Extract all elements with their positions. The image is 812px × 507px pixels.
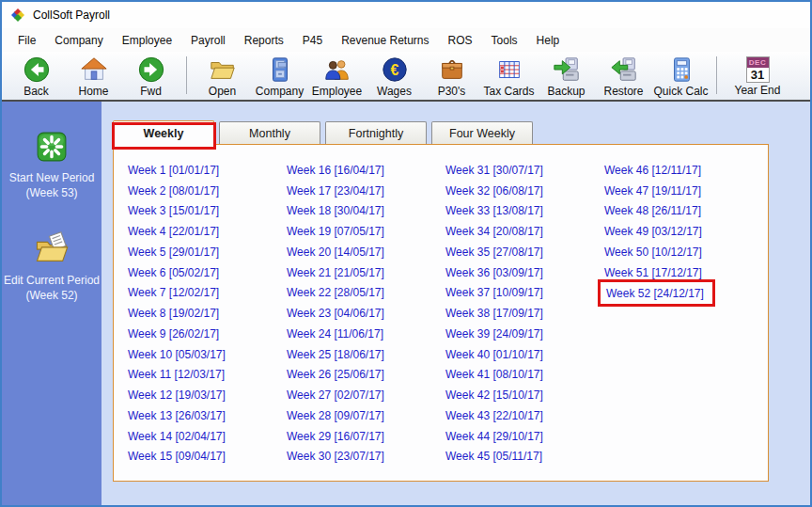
week-cell: Week 45 [05/11/17]: [445, 447, 604, 467]
toolbar-label: P30's: [438, 85, 466, 98]
company-button[interactable]: Company: [251, 55, 308, 100]
week-link[interactable]: Week 41 [08/10/17]: [445, 368, 543, 381]
week-link[interactable]: Week 33 [13/08/17]: [445, 204, 543, 217]
week-link[interactable]: Week 42 [15/10/17]: [445, 388, 543, 402]
week-cell: Week 15 [09/04/17]: [128, 447, 287, 467]
home-button[interactable]: Home: [65, 55, 122, 100]
week-link[interactable]: Week 19 [07/05/17]: [287, 225, 384, 238]
week-link[interactable]: Week 44 [29/10/17]: [445, 430, 543, 443]
wages-button[interactable]: € Wages: [366, 55, 423, 100]
week-link[interactable]: Week 3 [15/01/17]: [128, 204, 219, 217]
p30s-button[interactable]: P30's: [423, 55, 480, 100]
week-link[interactable]: Week 34 [20/08/17]: [445, 225, 543, 238]
week-link[interactable]: Week 5 [29/01/17]: [128, 246, 219, 259]
week-link[interactable]: Week 16 [16/04/17]: [287, 164, 384, 177]
forward-button[interactable]: Fwd: [122, 55, 180, 100]
restore-button[interactable]: Restore: [595, 55, 652, 100]
week-cell: Week 22 [28/05/17]: [287, 283, 445, 304]
tax-cards-button[interactable]: Tax Cards: [480, 55, 538, 100]
week-link[interactable]: Week 47 [19/11/17]: [604, 184, 701, 198]
employee-people-icon: [323, 55, 351, 84]
week-link[interactable]: Week 35 [27/08/17]: [445, 246, 543, 259]
tab-fortnightly[interactable]: Fortnightly: [325, 121, 427, 144]
week-link[interactable]: Week 49 [03/12/17]: [604, 225, 702, 238]
tab-monthly[interactable]: Monthly: [219, 121, 320, 144]
week-link[interactable]: Week 13 [26/03/17]: [128, 409, 226, 422]
week-link[interactable]: Week 23 [04/06/17]: [287, 307, 384, 320]
week-link[interactable]: Week 30 [23/07/17]: [287, 450, 384, 463]
tab-weekly[interactable]: Weekly: [113, 120, 214, 145]
week-link[interactable]: Week 1 [01/01/17]: [128, 164, 219, 177]
week-link[interactable]: Week 8 [19/02/17]: [128, 307, 219, 320]
edit-current-period-action[interactable]: Edit Current Period (Week 52): [2, 231, 102, 303]
tab-monthly-label: Monthly: [249, 127, 290, 140]
menu-tools[interactable]: Tools: [482, 34, 527, 47]
week-link[interactable]: Week 11 [12/03/17]: [128, 368, 225, 381]
week-cell: Week 13 [26/03/17]: [128, 405, 287, 426]
toolbar-label: Open: [209, 85, 236, 98]
week-link[interactable]: Week 6 [05/02/17]: [128, 266, 219, 279]
week-link[interactable]: Week 50 [10/12/17]: [604, 246, 702, 259]
week-link[interactable]: Week 48 [26/11/17]: [604, 204, 701, 217]
week-cell: Week 24 [11/06/17]: [287, 324, 445, 344]
week-link[interactable]: Week 28 [09/07/17]: [287, 409, 384, 422]
week-link[interactable]: Week 29 [16/07/17]: [287, 430, 384, 443]
menu-help[interactable]: Help: [527, 34, 570, 47]
week-cell: Week 37 [10/09/17]: [445, 283, 604, 304]
week-link[interactable]: Week 12 [19/03/17]: [128, 388, 226, 402]
week-link[interactable]: Week 27 [02/07/17]: [287, 388, 384, 402]
menu-file[interactable]: File: [8, 34, 45, 47]
week-link[interactable]: Week 15 [09/04/17]: [128, 450, 226, 463]
start-new-period-action[interactable]: Start New Period (Week 53): [2, 131, 102, 200]
week-link[interactable]: Week 31 [30/07/17]: [445, 164, 543, 177]
menu-ros[interactable]: ROS: [439, 34, 482, 47]
employee-button[interactable]: Employee: [308, 55, 366, 100]
week-cell: Week 33 [13/08/17]: [445, 201, 604, 222]
tab-weekly-label: Weekly: [144, 127, 184, 140]
menu-p45[interactable]: P45: [293, 34, 332, 47]
menu-revenue-returns[interactable]: Revenue Returns: [332, 34, 438, 47]
week-link[interactable]: Week 39 [24/09/17]: [445, 327, 543, 341]
week-link[interactable]: Week 24 [11/06/17]: [287, 327, 383, 341]
tab-four-weekly[interactable]: Four Weekly: [431, 121, 533, 144]
week-cell: Week 35 [27/08/17]: [445, 242, 604, 262]
week-link[interactable]: Week 32 [06/08/17]: [445, 184, 543, 198]
week-link[interactable]: Week 21 [21/05/17]: [287, 266, 384, 279]
week-link[interactable]: Week 4 [22/01/17]: [128, 225, 219, 238]
week-cell: Week 11 [12/03/17]: [128, 365, 287, 386]
week-link[interactable]: Week 26 [25/06/17]: [287, 368, 384, 381]
menu-reports[interactable]: Reports: [235, 34, 293, 47]
toolbar-label: Tax Cards: [483, 85, 534, 98]
open-button[interactable]: Open: [194, 55, 251, 100]
week-link[interactable]: Week 7 [12/02/17]: [128, 286, 219, 299]
week-link[interactable]: Week 36 [03/09/17]: [445, 266, 543, 279]
week-link[interactable]: Week 14 [02/04/17]: [128, 430, 226, 443]
menu-employee[interactable]: Employee: [113, 34, 181, 47]
menu-payroll[interactable]: Payroll: [181, 34, 235, 47]
menu-company[interactable]: Company: [45, 34, 112, 47]
week-link[interactable]: Week 43 [22/10/17]: [445, 409, 543, 422]
week-cell: Week 30 [23/07/17]: [287, 447, 445, 467]
week-link[interactable]: Week 10 [05/03/17]: [128, 348, 226, 361]
week-link[interactable]: Week 22 [28/05/17]: [287, 286, 384, 299]
sidebar: Start New Period (Week 53) Edit Current …: [2, 102, 102, 505]
week-link[interactable]: Week 2 [08/01/17]: [128, 184, 219, 198]
week-link[interactable]: Week 18 [30/04/17]: [287, 204, 384, 217]
week-link[interactable]: Week 25 [18/06/17]: [287, 348, 384, 361]
year-end-button[interactable]: DEC 31 Year End: [724, 55, 791, 100]
week-link[interactable]: Week 52 [24/12/17]: [606, 287, 704, 300]
week-link[interactable]: Week 46 [12/11/17]: [604, 164, 701, 177]
backup-button[interactable]: Backup: [538, 55, 595, 100]
week-link[interactable]: Week 45 [05/11/17]: [445, 450, 542, 463]
week-link[interactable]: Week 9 [26/02/17]: [128, 327, 219, 341]
week-link[interactable]: Week 51 [17/12/17]: [604, 266, 702, 279]
week-link[interactable]: Week 40 [01/10/17]: [445, 348, 543, 361]
week-link[interactable]: Week 20 [14/05/17]: [287, 246, 384, 259]
quick-calc-button[interactable]: Quick Calc: [652, 55, 710, 100]
svg-text:€: €: [390, 62, 398, 78]
annotation-box-week-52: Week 52 [24/12/17]: [598, 279, 715, 307]
week-link[interactable]: Week 37 [10/09/17]: [445, 286, 543, 299]
week-link[interactable]: Week 17 [23/04/17]: [287, 184, 384, 198]
back-button[interactable]: Back: [8, 55, 65, 100]
week-link[interactable]: Week 38 [17/09/17]: [445, 307, 543, 320]
